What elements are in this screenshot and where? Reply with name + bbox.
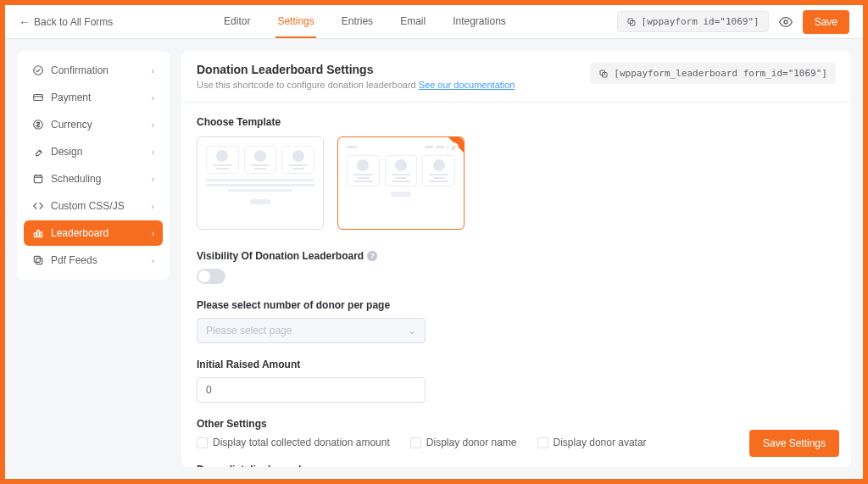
settings-sidebar: Confirmation › Payment › Currency › Desi… [17,51,170,280]
calendar-icon [32,173,44,185]
svg-point-3 [34,66,43,75]
copy-icon [598,69,609,79]
sidebar-item-custom-css-js[interactable]: Custom CSS/JS › [24,193,163,219]
check-circle-icon [32,64,44,76]
checkbox-icon [537,437,548,448]
chevron-right-icon: › [152,66,154,75]
copy-icon [626,17,637,27]
card-icon [32,92,44,103]
template-selector: ✓ ✓ [197,136,836,230]
arrow-left-icon: ← [19,15,31,29]
checkbox-icon [197,437,208,448]
per-page-select[interactable]: Please select page ⌄ [197,318,426,343]
chart-icon [32,227,44,239]
checkbox-label: Display donor name [426,437,517,448]
tab-integrations[interactable]: Integrations [451,5,508,38]
checkbox-icon [410,437,421,448]
tab-settings[interactable]: Settings [275,5,315,38]
page-subtitle: Use this shortcode to configure donation… [197,80,515,90]
sidebar-item-pdf-feeds[interactable]: Pdf Feeds › [24,248,163,273]
visibility-toggle[interactable] [197,269,225,284]
sidebar-item-label: Scheduling [51,173,101,185]
main-panel: Donation Leaderboard Settings Use this s… [181,51,851,467]
main-header: Donation Leaderboard Settings Use this s… [181,51,851,103]
checkbox-donor-name[interactable]: Display donor name [410,437,517,448]
body: Confirmation › Payment › Currency › Desi… [5,39,863,479]
form-shortcode-pill[interactable]: [wppayform id="1069"] [617,11,769,32]
sidebar-item-currency[interactable]: Currency › [24,112,163,137]
save-button[interactable]: Save [803,10,849,34]
tab-entries[interactable]: Entries [340,5,375,38]
top-actions: [wppayform id="1069"] Save [617,10,849,34]
sidebar-item-label: Payment [51,92,91,103]
checkbox-total-amount[interactable]: Display total collected donation amount [197,437,390,448]
svg-rect-11 [34,233,36,237]
template-option-1[interactable]: ✓ [197,136,324,230]
sidebar-item-label: Currency [51,119,92,131]
back-label: Back to All Forms [34,16,113,28]
sidebar-item-leaderboard[interactable]: Leaderboard › [24,220,163,246]
sidebar-item-label: Custom CSS/JS [51,200,125,212]
svg-rect-14 [36,259,42,264]
chevron-right-icon: › [152,202,154,211]
sidebar-item-label: Design [51,146,82,158]
initial-amount-input[interactable] [197,377,426,403]
chevron-right-icon: › [152,256,154,265]
sidebar-item-confirmation[interactable]: Confirmation › [24,58,163,83]
checkbox-label: Display donor avatar [554,437,647,448]
sidebar-item-payment[interactable]: Payment › [24,85,163,110]
initial-amount-label: Initial Raised Amount [197,359,836,370]
choose-template-label: Choose Template [197,116,836,128]
copy-icon [32,254,44,266]
chevron-right-icon: › [152,120,154,130]
page-title: Donation Leaderboard Settings [197,63,515,76]
other-settings-label: Other Settings [197,418,836,430]
svg-rect-7 [34,175,42,183]
svg-rect-12 [37,231,39,237]
per-page-label: Please select number of donor per page [197,299,836,311]
top-tabs: Editor Settings Entries Email Integratio… [222,5,508,38]
documentation-link[interactable]: See our documentation [419,80,515,90]
help-icon[interactable]: ? [367,251,377,261]
main-content: Choose Template [181,103,851,467]
checkbox-donor-avatar[interactable]: Display donor avatar [537,437,647,448]
per-page-placeholder: Please select page [206,325,292,337]
back-to-forms-link[interactable]: ← Back to All Forms [19,15,113,29]
preview-eye-icon[interactable] [779,15,793,29]
sidebar-item-scheduling[interactable]: Scheduling › [24,166,163,192]
sidebar-item-label: Confirmation [51,64,108,76]
save-settings-button[interactable]: Save Settings [749,430,839,457]
dollar-icon [32,119,44,131]
chevron-right-icon: › [152,93,154,103]
svg-rect-15 [34,256,40,262]
chevron-right-icon: › [152,229,154,238]
tab-email[interactable]: Email [398,5,427,38]
topbar: ← Back to All Forms Editor Settings Entr… [5,5,863,39]
svg-rect-13 [40,232,42,237]
svg-rect-4 [34,95,43,101]
leaderboard-shortcode-text: [wppayform_leaderboard form_id="1069"] [614,68,827,79]
template-option-2[interactable]: ✓ [337,136,465,230]
chevron-right-icon: › [152,147,154,157]
chevron-down-icon: ⌄ [408,325,416,337]
svg-point-2 [784,20,787,24]
chevron-right-icon: › [152,175,154,184]
leaderboard-shortcode-pill[interactable]: [wppayform_leaderboard form_id="1069"] [590,63,836,84]
sidebar-item-label: Pdf Feeds [51,254,97,266]
other-settings-checks: Display total collected donation amount … [197,437,836,448]
sidebar-item-label: Leaderboard [51,227,108,239]
code-icon [32,200,44,212]
form-shortcode-text: [wppayform id="1069"] [642,16,760,27]
order-label: Donor list display order [197,464,836,467]
pen-icon [32,146,44,158]
visibility-label: Visibility Of Donation Leaderboard ? [197,250,836,262]
check-icon: ✓ [448,142,459,153]
tab-editor[interactable]: Editor [222,5,252,38]
sidebar-item-design[interactable]: Design › [24,139,163,164]
checkbox-label: Display total collected donation amount [213,437,390,448]
